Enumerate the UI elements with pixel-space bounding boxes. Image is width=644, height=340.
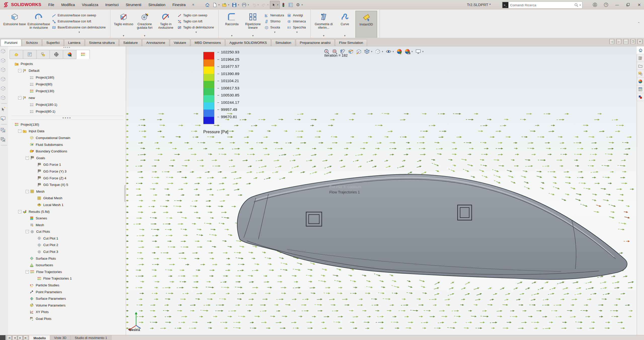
menu-simulation[interactable]: Simulation [145, 0, 169, 10]
select-caret-icon[interactable]: ▼ [277, 4, 279, 6]
taskpane-tab-appearances[interactable] [637, 78, 644, 85]
pane-next-button[interactable]: ▷ [616, 39, 621, 44]
tree-expander[interactable]: − [26, 270, 29, 274]
display-style-caret-icon[interactable]: ▼ [381, 50, 384, 53]
ribbon-button[interactable]: Instant3D [355, 11, 377, 38]
tree-item[interactable]: XY Plots [8, 309, 126, 316]
tree-item[interactable]: Boundary Conditions [8, 148, 126, 155]
ribbon-stack-button[interactable]: Interseca [286, 18, 308, 24]
panel-tab-dimxpertmanager[interactable] [50, 50, 63, 59]
taskpane-tab-design-library[interactable] [637, 54, 644, 62]
doc-restore-button[interactable]: ❐ [630, 39, 635, 44]
tree-item[interactable]: Local Mesh 1 [8, 201, 126, 208]
tree-item[interactable]: −Results (5.fld) [8, 208, 126, 215]
tree-item[interactable]: Isosurfaces [8, 262, 126, 268]
tab-saldature[interactable]: Saldature [119, 39, 142, 46]
help-icon[interactable]: ? [603, 2, 609, 7]
tree-item[interactable]: −Goals [8, 155, 126, 161]
tree-expander[interactable]: − [18, 69, 21, 72]
redo-button[interactable]: ▼ [260, 1, 270, 9]
options-button[interactable]: ⚙▼ [294, 1, 304, 9]
tree-expander[interactable]: − [18, 129, 21, 133]
apply-scene-button[interactable]: ▼ [404, 48, 413, 55]
dropdown-caret-icon[interactable]: ▼ [252, 35, 254, 37]
view-settings-caret-icon[interactable]: ▼ [422, 50, 424, 53]
minimize-icon[interactable]: — [615, 2, 620, 7]
save-caret-icon[interactable]: ▼ [237, 4, 239, 6]
pin-menu-icon[interactable]: ✶ [189, 3, 197, 7]
tree-item[interactable]: Project(80-1) [8, 108, 126, 115]
tree-item[interactable]: Cut Plot 2 [8, 242, 126, 249]
tab-lamiera[interactable]: Lamiera [64, 39, 85, 46]
cube-icon[interactable] [0, 57, 6, 63]
help-button[interactable]: ? [603, 2, 609, 8]
save-button[interactable]: ▼ [231, 1, 240, 9]
doc-minimize-button[interactable]: — [623, 39, 628, 44]
panel-tab-displaymanager[interactable] [63, 50, 76, 59]
section-view-button[interactable] [348, 48, 354, 55]
menu-strumenti[interactable]: Strumenti [122, 0, 145, 10]
dropdown-caret-icon[interactable]: ▼ [176, 31, 216, 33]
select-button[interactable]: ▼ [270, 1, 280, 9]
tab-aggiunte-solidworks[interactable]: Aggiunte SOLIDWORKS [225, 39, 271, 46]
dropdown-caret-icon[interactable]: ▼ [144, 35, 146, 37]
open-document-button[interactable]: ▼ [221, 1, 231, 9]
command-search[interactable]: >_ ▼ [502, 2, 582, 9]
taskpane-tab-file-explorer[interactable] [637, 62, 644, 70]
cube-icon[interactable] [0, 48, 6, 54]
new-document-caret-icon[interactable]: ▼ [218, 4, 220, 6]
tree-item[interactable]: −Default [8, 67, 126, 74]
tree-item[interactable]: GG Force 1 [8, 161, 126, 168]
edit-appearance-button[interactable] [396, 48, 403, 55]
rebuild-button[interactable] [280, 1, 287, 9]
tab-valutare[interactable]: Valutare [170, 39, 190, 46]
dropdown-caret-icon[interactable]: ▼ [231, 35, 233, 37]
tree-item[interactable]: ΣVolume Parameters [8, 302, 126, 309]
tree-item[interactable]: Project(80) [8, 81, 126, 88]
ribbon-stack-button[interactable]: Taglio con loft [176, 18, 216, 24]
tree-item[interactable]: Point Parameters [8, 289, 126, 295]
new-document-button[interactable]: ▼ [211, 1, 221, 9]
copy-settings-icon[interactable] [0, 137, 6, 143]
tab-sistema-struttura[interactable]: Sistema struttura [85, 39, 119, 46]
tree-item[interactable]: Mesh [8, 222, 126, 228]
tree-item[interactable]: Global Mesh [8, 195, 126, 202]
ribbon-stack-button[interactable]: Nervatura [263, 12, 286, 18]
user-account-button[interactable] [592, 2, 598, 8]
tab-funzioni[interactable]: Funzioni [1, 39, 21, 46]
menu-inserisci[interactable]: Inserisci [102, 0, 122, 10]
doc-tab-viste-3d[interactable]: Viste 3D [50, 335, 71, 340]
doc-tab-modello[interactable]: Modello [29, 335, 50, 340]
tree-splitter[interactable]: ●●●● [11, 116, 123, 120]
panel-tab-flow-simulation-tree[interactable] [76, 50, 90, 59]
ribbon-button[interactable]: Taglio in rivoluzione [155, 11, 176, 38]
graphics-area[interactable]: ▼▼▼▼▼ Iteration = 182 Pressure [Pa] 1022… [126, 46, 637, 335]
tree-item[interactable]: Project(180) [8, 74, 126, 81]
dropdown-caret-icon[interactable]: ▼ [123, 35, 125, 37]
tree-item[interactable]: −Mesh [8, 188, 126, 195]
view-orientation-caret-icon[interactable]: ▼ [371, 50, 373, 53]
file-properties-button[interactable] [287, 1, 294, 9]
panel-tab-featuremanager[interactable] [10, 50, 23, 59]
ribbon-stack-button[interactable]: Sformo [263, 18, 286, 24]
taskpane-tab-home[interactable] [637, 46, 644, 54]
menu-modifica[interactable]: Modifica [58, 0, 78, 10]
home-button[interactable] [204, 1, 211, 9]
dropdown-caret-icon[interactable]: ▼ [323, 35, 325, 37]
hide-show-items-button[interactable]: ▼ [385, 48, 394, 55]
tree-item[interactable]: Surface Plots [8, 255, 126, 262]
tree-item[interactable]: Fluid Subdomains [8, 141, 126, 148]
tree-item[interactable]: GG Force (Z) 4 [8, 175, 126, 182]
cube-icon[interactable] [0, 95, 6, 101]
tree-item[interactable]: Cut Plot 3 [8, 248, 126, 255]
restore-button[interactable] [625, 2, 631, 8]
ribbon-stack-button[interactable]: Estrusione/base con loft [51, 18, 108, 24]
tree-item[interactable]: Scenes [8, 215, 126, 222]
tree-item[interactable]: Project(130) [8, 121, 126, 128]
tree-item[interactable]: GG Torque (X) 5 [8, 181, 126, 188]
restore-icon[interactable] [626, 2, 631, 7]
ribbon-button[interactable]: Estrusione/base in rivoluzione [27, 11, 51, 38]
dropdown-caret-icon[interactable]: ▼ [286, 31, 308, 33]
screen-monitor-icon[interactable] [0, 116, 6, 122]
print-button[interactable]: ▼ [240, 1, 250, 9]
